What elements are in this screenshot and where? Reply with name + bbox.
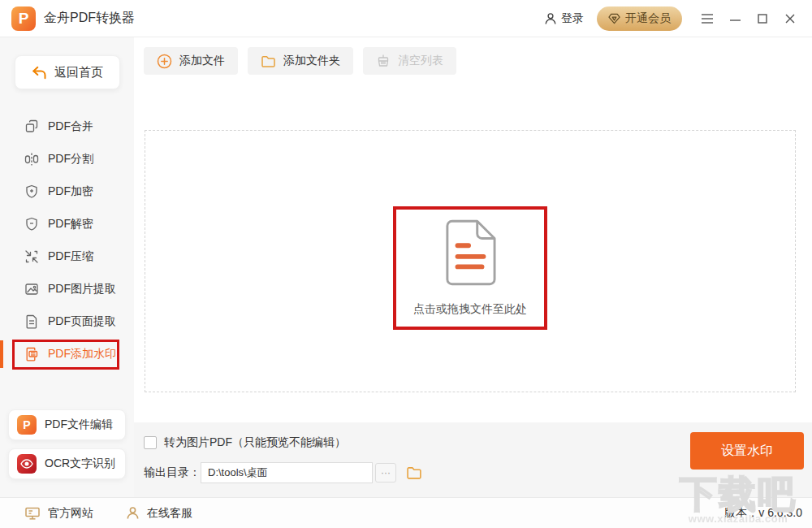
sidebar-item-pdf-encrypt[interactable]: PDF加密 <box>0 175 134 208</box>
statusbar: 官方网站 在线客服 版本：v 6.6.3.0 <box>0 497 812 528</box>
sidebar-item-label: PDF图片提取 <box>48 282 116 296</box>
minimize-button[interactable] <box>724 8 745 29</box>
app-body: 返回首页 PDF合并 PDF分割 <box>0 37 812 497</box>
options-panel: 转为图片PDF（只能预览不能编辑） 输出目录： ··· 设置水印 <box>134 422 812 497</box>
menu-icon[interactable] <box>697 8 718 29</box>
sidebar-tools: P PDF文件编辑 OCR文字识别 <box>0 409 134 487</box>
add-folder-label: 添加文件夹 <box>283 54 340 68</box>
online-support-label: 在线客服 <box>147 506 192 521</box>
user-icon <box>544 12 557 25</box>
pdf-editor-button[interactable]: P PDF文件编辑 <box>8 409 126 440</box>
ocr-label: OCR文字识别 <box>45 457 115 471</box>
sidebar-item-pdf-compress[interactable]: PDF压缩 <box>0 240 134 273</box>
watermark-icon <box>24 347 39 361</box>
sidebar-item-label: PDF压缩 <box>48 249 93 264</box>
add-file-label: 添加文件 <box>179 54 225 68</box>
sidebar-item-pdf-merge[interactable]: PDF合并 <box>0 110 134 143</box>
maximize-button[interactable] <box>752 8 773 29</box>
browse-button[interactable]: ··· <box>375 463 396 483</box>
official-website-label: 官方网站 <box>48 506 93 521</box>
image-pdf-checkbox[interactable] <box>144 436 157 449</box>
sidebar-item-label: PDF解密 <box>48 217 93 232</box>
back-home-label: 返回首页 <box>54 65 103 80</box>
output-directory-input[interactable] <box>201 462 373 483</box>
shield-minus-icon <box>24 217 39 232</box>
sidebar-item-pdf-watermark[interactable]: PDF添加水印 <box>0 338 134 370</box>
pdf-editor-label: PDF文件编辑 <box>45 418 113 432</box>
sidebar-item-pdf-decrypt[interactable]: PDF解密 <box>0 208 134 240</box>
app-title: 金舟PDF转换器 <box>44 10 135 27</box>
support-person-icon <box>126 506 140 520</box>
red-annotation-dropzone[interactable]: 点击或拖拽文件至此处 <box>393 206 547 330</box>
sidebar-item-label: PDF页面提取 <box>48 314 116 329</box>
add-folder-button[interactable]: 添加文件夹 <box>248 47 353 75</box>
close-button[interactable] <box>780 8 801 29</box>
ocr-eye-app-icon <box>17 454 37 474</box>
open-folder-icon[interactable] <box>406 465 422 480</box>
file-dropzone[interactable]: 点击或拖拽文件至此处 <box>145 130 796 392</box>
broom-icon <box>376 54 391 68</box>
document-icon <box>444 219 496 286</box>
sidebar: 返回首页 PDF合并 PDF分割 <box>0 37 134 497</box>
diamond-icon <box>608 13 620 24</box>
clear-list-button[interactable]: 清空列表 <box>363 47 456 75</box>
shield-plus-icon <box>24 184 39 199</box>
sidebar-item-label: PDF加密 <box>48 184 93 199</box>
window-controls <box>697 8 801 29</box>
vip-label: 开通会员 <box>625 11 671 26</box>
clear-list-label: 清空列表 <box>398 54 443 68</box>
online-support-link[interactable]: 在线客服 <box>126 506 192 521</box>
main-area: 添加文件 添加文件夹 <box>134 37 812 497</box>
sidebar-item-label: PDF添加水印 <box>48 347 116 361</box>
login-label: 登录 <box>561 11 584 26</box>
ocr-button[interactable]: OCR文字识别 <box>8 448 126 479</box>
compress-icon <box>24 249 39 264</box>
plus-circle-icon <box>157 54 172 69</box>
toolbar: 添加文件 添加文件夹 <box>134 37 812 75</box>
sidebar-item-label: PDF合并 <box>48 119 93 134</box>
titlebar: P 金舟PDF转换器 登录 开通会员 <box>0 0 812 37</box>
pdf-editor-app-icon: P <box>17 415 37 435</box>
dropzone-hint: 点击或拖拽文件至此处 <box>413 302 527 317</box>
login-button[interactable]: 登录 <box>544 11 584 26</box>
sidebar-item-pdf-image-extract[interactable]: PDF图片提取 <box>0 273 134 305</box>
folder-icon <box>261 54 276 68</box>
merge-icon <box>24 119 39 134</box>
version-text: 版本：v 6.6.3.0 <box>724 506 802 521</box>
back-home-button[interactable]: 返回首页 <box>15 55 120 89</box>
back-arrow-icon <box>31 65 47 80</box>
page-icon <box>24 314 39 329</box>
image-icon <box>24 282 39 296</box>
app-logo-icon: P <box>11 6 36 31</box>
monitor-icon <box>24 506 41 521</box>
official-website-link[interactable]: 官方网站 <box>24 506 93 521</box>
output-directory-label: 输出目录： <box>144 465 201 480</box>
vip-button[interactable]: 开通会员 <box>597 6 682 31</box>
sidebar-menu: PDF合并 PDF分割 PDF加密 <box>0 110 134 370</box>
set-watermark-button[interactable]: 设置水印 <box>690 432 804 470</box>
sidebar-item-label: PDF分割 <box>48 152 93 167</box>
add-file-button[interactable]: 添加文件 <box>144 47 238 75</box>
sidebar-item-pdf-split[interactable]: PDF分割 <box>0 143 134 175</box>
sidebar-item-pdf-page-extract[interactable]: PDF页面提取 <box>0 305 134 338</box>
split-icon <box>24 152 39 167</box>
image-pdf-label: 转为图片PDF（只能预览不能编辑） <box>164 435 346 450</box>
